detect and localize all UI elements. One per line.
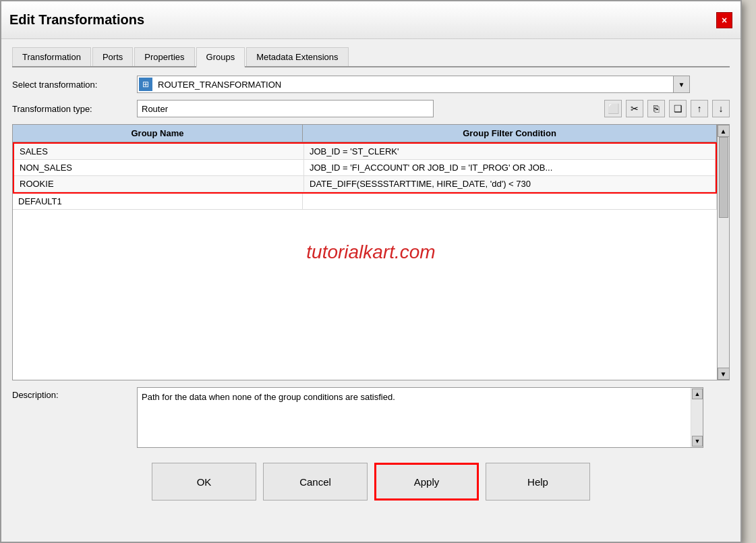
table-row[interactable]: DEFAULT1 bbox=[13, 194, 717, 210]
copy-button[interactable]: ⎘ bbox=[647, 100, 665, 117]
tab-metadata-extensions[interactable]: Metadata Extensions bbox=[246, 47, 348, 66]
edit-transformations-dialog: Edit Transformations × Transformation Po… bbox=[0, 0, 742, 543]
dialog-titlebar: Edit Transformations × bbox=[1, 1, 740, 39]
close-button[interactable]: × bbox=[716, 12, 732, 28]
column-header-filter-condition: Group Filter Condition bbox=[303, 125, 717, 142]
scroll-track[interactable] bbox=[718, 137, 729, 368]
select-transformation-row: Select transformation: ROUTER_TRANSFORMA… bbox=[12, 76, 730, 93]
move-up-button[interactable]: ↑ bbox=[691, 100, 708, 117]
description-box: Path for the data when none of the group… bbox=[137, 387, 703, 448]
table-body: SALES JOB_ID = 'ST_CLERK' NON_SALES JOB_… bbox=[13, 142, 717, 210]
desc-scroll-down[interactable]: ▼ bbox=[692, 436, 703, 447]
table-scroll-area: Group Name Group Filter Condition SALES … bbox=[13, 125, 717, 380]
tabs-bar: Transformation Ports Properties Groups M… bbox=[12, 47, 730, 67]
dialog-wrapper: Edit Transformations × Transformation Po… bbox=[0, 0, 756, 543]
scroll-up-arrow[interactable]: ▲ bbox=[718, 125, 730, 137]
column-header-group-name: Group Name bbox=[13, 125, 303, 142]
description-scrollbar[interactable]: ▲ ▼ bbox=[691, 388, 703, 447]
transformation-dropdown-arrow[interactable]: ▼ bbox=[673, 76, 689, 92]
toolbar: ⬜ ✂ ⎘ ❑ ↑ ↓ bbox=[604, 100, 730, 117]
watermark: tutorialkart.com bbox=[306, 241, 435, 263]
description-label: Description: bbox=[12, 387, 137, 400]
groups-table-container: Group Name Group Filter Condition SALES … bbox=[12, 124, 730, 380]
table-row[interactable]: SALES JOB_ID = 'ST_CLERK' bbox=[14, 144, 716, 160]
table-row[interactable]: ROOKIE DATE_DIFF(SESSSTARTTIME, HIRE_DAT… bbox=[14, 176, 716, 192]
cell-filter-4 bbox=[303, 194, 717, 209]
apply-button[interactable]: Apply bbox=[374, 463, 479, 501]
ok-button[interactable]: OK bbox=[152, 463, 256, 501]
selected-rows-group: SALES JOB_ID = 'ST_CLERK' NON_SALES JOB_… bbox=[13, 142, 717, 194]
table-row[interactable]: NON_SALES JOB_ID = 'FI_ACCOUNT' OR JOB_I… bbox=[14, 160, 716, 176]
paste-button[interactable]: ❑ bbox=[669, 100, 687, 117]
tab-groups[interactable]: Groups bbox=[196, 47, 245, 67]
button-row: OK Cancel Apply Help bbox=[12, 456, 730, 507]
scroll-thumb[interactable] bbox=[719, 137, 728, 218]
transformation-selected-value: ROUTER_TRANSFORMATION bbox=[154, 80, 673, 90]
cancel-button[interactable]: Cancel bbox=[263, 463, 368, 501]
dialog-title: Edit Transformations bbox=[9, 12, 144, 28]
tab-properties[interactable]: Properties bbox=[134, 47, 194, 66]
cell-group-name-3: ROOKIE bbox=[14, 176, 304, 192]
description-text: Path for the data when none of the group… bbox=[138, 388, 691, 447]
table-header: Group Name Group Filter Condition bbox=[13, 125, 717, 142]
transformation-type-row: Transformation type: ⬜ ✂ ⎘ ❑ ↑ ↓ bbox=[12, 100, 730, 117]
select-transformation-label: Select transformation: bbox=[12, 80, 137, 90]
cell-group-name-1: SALES bbox=[14, 144, 304, 159]
desc-scroll-up[interactable]: ▲ bbox=[692, 389, 703, 399]
transformation-icon bbox=[139, 78, 152, 91]
cell-filter-2: JOB_ID = 'FI_ACCOUNT' OR JOB_ID = 'IT_PR… bbox=[304, 160, 716, 175]
new-row-button[interactable]: ⬜ bbox=[604, 100, 622, 117]
description-row: Description: Path for the data when none… bbox=[12, 387, 730, 448]
tab-transformation[interactable]: Transformation bbox=[12, 47, 91, 66]
transformation-type-input[interactable] bbox=[137, 100, 434, 117]
move-down-button[interactable]: ↓ bbox=[712, 100, 730, 117]
help-button[interactable]: Help bbox=[486, 463, 590, 501]
transformation-select[interactable]: ROUTER_TRANSFORMATION ▼ bbox=[137, 76, 690, 93]
cell-group-name-4: DEFAULT1 bbox=[13, 194, 303, 209]
scroll-down-arrow[interactable]: ▼ bbox=[718, 368, 730, 380]
transformation-type-label: Transformation type: bbox=[12, 104, 137, 114]
dialog-body: Transformation Ports Properties Groups M… bbox=[1, 39, 740, 515]
cell-filter-3: DATE_DIFF(SESSSTARTTIME, HIRE_DATE, 'dd'… bbox=[304, 176, 716, 192]
tab-ports[interactable]: Ports bbox=[92, 47, 133, 66]
desc-scroll-track bbox=[691, 400, 703, 435]
table-scrollbar[interactable]: ▲ ▼ bbox=[717, 125, 729, 380]
cell-group-name-2: NON_SALES bbox=[14, 160, 304, 175]
cell-filter-1: JOB_ID = 'ST_CLERK' bbox=[304, 144, 716, 159]
cut-button[interactable]: ✂ bbox=[626, 100, 643, 117]
